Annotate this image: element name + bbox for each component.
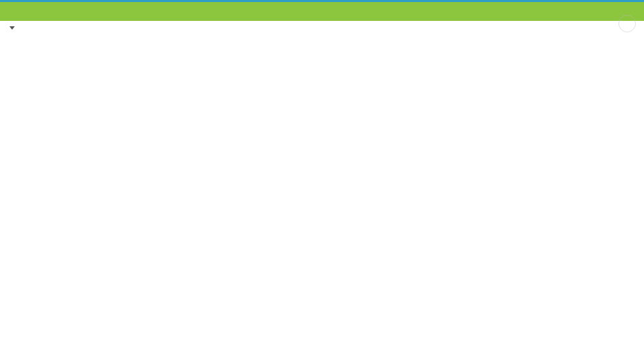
collapse-icon [9,26,15,30]
watermark [618,15,640,32]
section-explorer[interactable] [0,21,644,34]
watermark-icon [618,15,636,32]
settings-panel [0,0,644,34]
table-header [0,2,644,21]
